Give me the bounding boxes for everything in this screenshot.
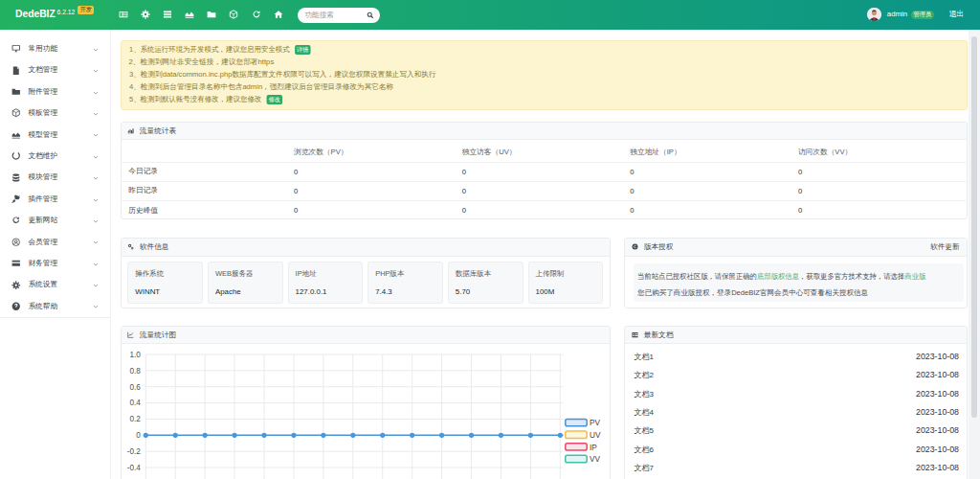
svg-text:PV: PV xyxy=(590,419,600,427)
svg-text:UV: UV xyxy=(590,431,601,440)
svg-text:0.8: 0.8 xyxy=(129,367,141,376)
svg-text:-0.4: -0.4 xyxy=(126,464,141,472)
svg-text:IP: IP xyxy=(590,443,597,451)
svg-text:1.0: 1.0 xyxy=(129,351,141,359)
svg-text:VV: VV xyxy=(590,455,600,464)
svg-text:0.2: 0.2 xyxy=(129,415,141,423)
svg-text:0.4: 0.4 xyxy=(129,399,141,407)
svg-text:0: 0 xyxy=(136,431,141,440)
svg-text:-0.2: -0.2 xyxy=(126,447,141,456)
svg-text:0.6: 0.6 xyxy=(129,382,141,391)
